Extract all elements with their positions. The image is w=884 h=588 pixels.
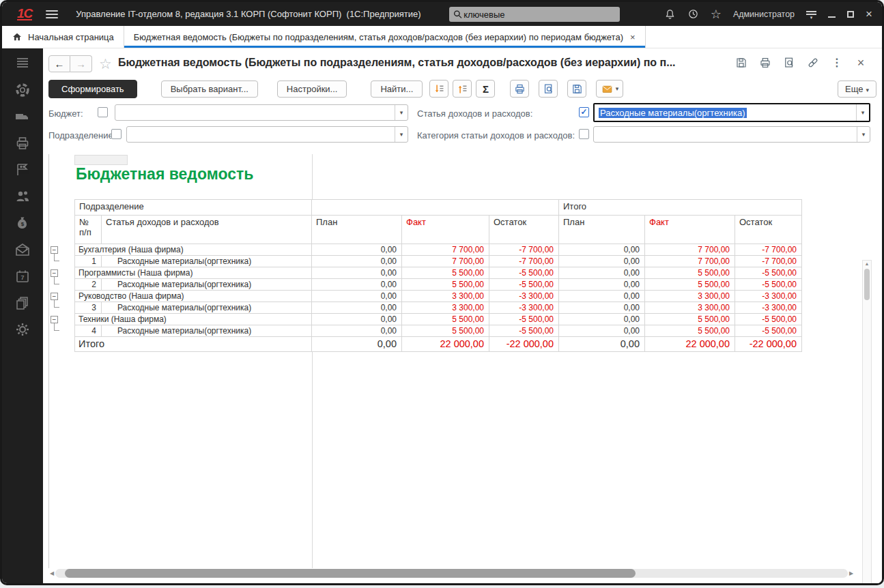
documents-icon[interactable] bbox=[14, 295, 31, 311]
form-close-icon[interactable]: × bbox=[855, 57, 867, 69]
cell-total-fact[interactable]: 5 500,00 bbox=[645, 279, 735, 291]
cell-total-fact[interactable]: 22 000,00 bbox=[645, 337, 735, 352]
menu-lines-icon[interactable] bbox=[14, 55, 31, 72]
cell-total-fact[interactable]: 3 300,00 bbox=[645, 291, 735, 302]
group-row-name[interactable]: Бухгалтерия (Наша фирма) bbox=[74, 244, 312, 256]
cell-total-rest[interactable]: -5 500,00 bbox=[735, 267, 802, 279]
collapse-up-button[interactable] bbox=[453, 80, 472, 98]
cell-fact[interactable]: 5 500,00 bbox=[402, 314, 489, 325]
preview-button[interactable] bbox=[539, 80, 558, 98]
row-number[interactable]: 4 bbox=[74, 325, 102, 337]
minimize-button[interactable] bbox=[828, 16, 836, 18]
cell-plan[interactable]: 0,00 bbox=[312, 244, 402, 256]
cell-plan[interactable]: 0,00 bbox=[312, 291, 402, 302]
expand-down-button[interactable] bbox=[429, 80, 448, 98]
header-total-fact[interactable]: Факт bbox=[645, 216, 735, 244]
settings-button[interactable]: Настройки... bbox=[277, 80, 347, 98]
cell-total-plan[interactable]: 0,00 bbox=[559, 314, 645, 325]
cell-fact[interactable]: 5 500,00 bbox=[402, 279, 489, 291]
item-filter-combobox[interactable]: Расходные материалы(оргтехника) ▾ bbox=[593, 103, 870, 122]
row-number[interactable]: 3 bbox=[74, 302, 102, 314]
tab-home[interactable]: Начальная страница bbox=[2, 26, 124, 48]
map-flag-icon[interactable] bbox=[14, 162, 31, 178]
tab-budget-report[interactable]: Бюджетная ведомость (Бюджеты по подразде… bbox=[124, 26, 646, 48]
item-dropdown-icon[interactable]: ▾ bbox=[856, 104, 869, 121]
header-spacer[interactable] bbox=[312, 199, 559, 216]
header-total-plan[interactable]: План bbox=[559, 216, 645, 244]
select-variant-button[interactable]: Выбрать вариант... bbox=[161, 80, 258, 98]
cell-total-fact[interactable]: 7 700,00 bbox=[645, 244, 735, 256]
cell-plan[interactable]: 0,00 bbox=[312, 279, 402, 291]
cell-total-plan[interactable]: 0,00 bbox=[559, 244, 645, 256]
collapse-group-button[interactable]: − bbox=[51, 246, 58, 254]
department-filter-combobox[interactable]: ▾ bbox=[126, 126, 408, 143]
history-icon[interactable] bbox=[687, 8, 699, 20]
cell-total-plan[interactable]: 0,00 bbox=[559, 279, 645, 291]
detail-row-name[interactable]: Расходные материалы(оргтехника) bbox=[102, 325, 312, 337]
cell-rest[interactable]: -3 300,00 bbox=[489, 291, 559, 302]
cell-plan[interactable]: 0,00 bbox=[312, 302, 402, 314]
category-filter-checkbox[interactable] bbox=[579, 129, 589, 139]
more-button[interactable]: Еще▾ bbox=[838, 80, 876, 98]
header-rest[interactable]: Остаток bbox=[489, 216, 559, 244]
cell-fact[interactable]: 22 000,00 bbox=[402, 337, 489, 352]
cell-total-plan[interactable]: 0,00 bbox=[559, 291, 645, 302]
cell-total-rest[interactable]: -3 300,00 bbox=[735, 291, 802, 302]
total-row-label[interactable]: Итого bbox=[74, 337, 312, 352]
cell-rest[interactable]: -7 700,00 bbox=[489, 256, 559, 267]
horizontal-scrollbar[interactable]: ◀ ▶ bbox=[48, 568, 855, 578]
truck-icon[interactable] bbox=[14, 108, 31, 125]
cell-total-rest[interactable]: -7 700,00 bbox=[735, 256, 802, 267]
cell-rest[interactable]: -22 000,00 bbox=[489, 337, 559, 352]
header-num[interactable]: №п/п bbox=[74, 216, 102, 244]
group-row-name[interactable]: Программисты (Наша фирма) bbox=[74, 267, 312, 279]
cell-total-rest[interactable]: -22 000,00 bbox=[735, 337, 802, 352]
save-icon[interactable] bbox=[735, 57, 747, 69]
vertical-scrollbar[interactable]: ▲ ▼ bbox=[862, 260, 872, 583]
cell-rest[interactable]: -5 500,00 bbox=[489, 325, 559, 337]
cell-total-plan[interactable]: 0,00 bbox=[559, 267, 645, 279]
collapse-group-button[interactable]: − bbox=[51, 316, 58, 323]
cell-total-rest[interactable]: -7 700,00 bbox=[735, 244, 802, 256]
cell-rest[interactable]: -7 700,00 bbox=[489, 244, 559, 256]
print-preview-icon[interactable] bbox=[783, 57, 795, 69]
header-total-group[interactable]: Итого bbox=[559, 199, 802, 216]
cell-plan[interactable]: 0,00 bbox=[312, 314, 402, 325]
favorites-star-icon[interactable]: ☆ bbox=[711, 8, 722, 20]
print-button[interactable] bbox=[510, 80, 529, 98]
save-result-button[interactable] bbox=[567, 80, 586, 98]
detail-row-name[interactable]: Расходные материалы(оргтехника) bbox=[102, 279, 312, 291]
cell-fact[interactable]: 3 300,00 bbox=[402, 302, 489, 314]
cell-rest[interactable]: -5 500,00 bbox=[489, 314, 559, 325]
header-item[interactable]: Статья доходов и расходов bbox=[102, 216, 312, 244]
cell-fact[interactable]: 7 700,00 bbox=[402, 244, 489, 256]
cell-plan[interactable]: 0,00 bbox=[312, 325, 402, 337]
budget-dropdown-icon[interactable]: ▾ bbox=[395, 105, 408, 120]
cell-plan[interactable]: 0,00 bbox=[312, 337, 402, 352]
cell-total-plan[interactable]: 0,00 bbox=[559, 256, 645, 267]
detail-row-name[interactable]: Расходные материалы(оргтехника) bbox=[102, 256, 312, 267]
header-fact[interactable]: Факт bbox=[402, 216, 489, 244]
report-spreadsheet[interactable]: Бюджетная ведомость Подразделение Итого … bbox=[48, 154, 855, 568]
money-bag-icon[interactable]: $ bbox=[14, 215, 31, 231]
main-menu-icon[interactable] bbox=[46, 8, 58, 20]
calendar-icon[interactable]: 7 bbox=[14, 268, 31, 284]
mail-open-icon[interactable] bbox=[14, 241, 31, 258]
cell-total-rest[interactable]: -3 300,00 bbox=[735, 302, 802, 314]
cell-rest[interactable]: -3 300,00 bbox=[489, 302, 559, 314]
category-filter-combobox[interactable]: ▾ bbox=[593, 126, 870, 143]
scroll-left-icon[interactable]: ◀ bbox=[48, 570, 55, 576]
lifebuoy-icon[interactable] bbox=[14, 82, 31, 98]
cell-total-rest[interactable]: -5 500,00 bbox=[735, 279, 802, 291]
collapse-group-button[interactable]: − bbox=[51, 269, 58, 277]
cell-total-plan[interactable]: 0,00 bbox=[559, 337, 645, 352]
collapse-group-button[interactable]: − bbox=[51, 293, 58, 300]
more-menu-kebab-icon[interactable]: ⋮ bbox=[831, 57, 843, 69]
header-total-rest[interactable]: Остаток bbox=[735, 216, 802, 244]
budget-filter-checkbox[interactable] bbox=[98, 107, 108, 117]
scroll-up-icon[interactable]: ▲ bbox=[865, 261, 870, 267]
users-icon[interactable] bbox=[14, 188, 31, 205]
cell-rest[interactable]: -5 500,00 bbox=[489, 267, 559, 279]
cell-fact[interactable]: 5 500,00 bbox=[402, 325, 489, 337]
row-number[interactable]: 1 bbox=[74, 256, 102, 267]
